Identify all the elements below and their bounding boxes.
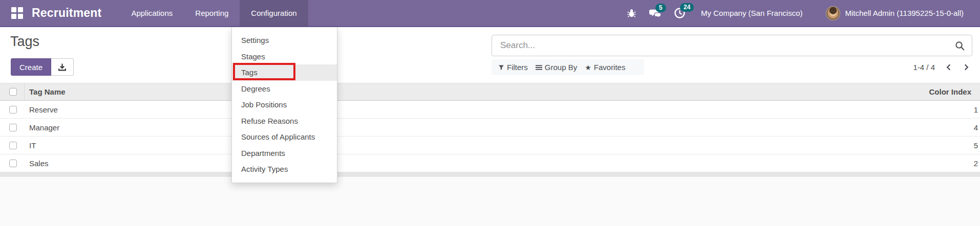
messages-badge: 5 xyxy=(655,4,666,12)
systray: 5 24 My Company (San Francisco) Mitchell… xyxy=(614,0,964,26)
select-all-checkbox[interactable] xyxy=(9,88,17,96)
pager-next-icon[interactable] xyxy=(962,62,971,72)
action-buttons: Create xyxy=(11,58,74,76)
activity-badge: 24 xyxy=(680,3,694,12)
menu-item-degrees[interactable]: Degrees xyxy=(232,81,337,97)
messages-icon[interactable]: 5 xyxy=(649,8,662,19)
filters-button[interactable]: Filters xyxy=(498,63,528,72)
search-icon[interactable] xyxy=(955,41,965,51)
search-options-bar: Filters Group By ★ Favorites xyxy=(492,59,644,75)
tag-name-cell: Manager xyxy=(25,123,59,132)
pager: 1-4 / 4 xyxy=(913,59,971,75)
color-index-cell: 1 xyxy=(974,105,980,114)
menu-item-job-positions[interactable]: Job Positions xyxy=(232,97,337,113)
color-index-cell: 4 xyxy=(974,123,980,132)
page-background xyxy=(0,177,980,226)
user-avatar[interactable] xyxy=(826,6,840,20)
company-switcher[interactable]: My Company (San Francisco) xyxy=(701,9,802,17)
row-checkbox-cell xyxy=(0,137,25,154)
menu-item-activity-types[interactable]: Activity Types xyxy=(232,161,337,177)
apps-grid-icon[interactable] xyxy=(11,7,23,19)
tag-name-cell: Sales xyxy=(25,159,49,168)
filter-funnel-icon xyxy=(498,64,504,71)
list-body: Reserve1Manager4IT5Sales2 xyxy=(0,101,980,172)
table-row-manager[interactable]: Manager4 xyxy=(0,119,980,137)
row-checkbox-cell xyxy=(0,154,25,172)
nav-item-applications[interactable]: Applications xyxy=(120,0,184,26)
menu-item-sources-of-applicants[interactable]: Sources of Applicants xyxy=(232,129,337,145)
navbar-menus: ApplicationsReportingConfiguration xyxy=(120,0,308,26)
row-checkbox[interactable] xyxy=(9,142,17,149)
nav-item-configuration[interactable]: Configuration xyxy=(240,0,308,26)
table-row-it[interactable]: IT5 xyxy=(0,137,980,154)
menu-item-refuse-reasons[interactable]: Refuse Reasons xyxy=(232,113,337,129)
page-title: Tags xyxy=(10,34,39,50)
row-checkbox-cell xyxy=(0,101,25,118)
menu-item-tags[interactable]: Tags xyxy=(232,64,337,81)
tag-name-cell: IT xyxy=(25,141,36,150)
create-button[interactable]: Create xyxy=(11,58,51,76)
column-header-tag-name[interactable]: Tag Name xyxy=(25,87,66,96)
row-checkbox[interactable] xyxy=(9,106,17,114)
pager-range: 1-4 / 4 xyxy=(913,63,935,72)
row-checkbox[interactable] xyxy=(9,124,17,131)
search-bar xyxy=(492,35,972,56)
app-brand[interactable]: Recruitment xyxy=(32,6,101,20)
menu-item-stages[interactable]: Stages xyxy=(232,49,337,65)
header-checkbox-cell xyxy=(0,83,25,100)
table-row-sales[interactable]: Sales2 xyxy=(0,154,980,172)
user-menu[interactable]: Mitchell Admin (11395225-15-0-all) xyxy=(845,9,964,17)
column-header-color-index[interactable]: Color Index xyxy=(929,87,980,96)
nav-item-reporting[interactable]: Reporting xyxy=(184,0,240,26)
search-input[interactable] xyxy=(499,40,955,51)
color-index-cell: 2 xyxy=(974,159,980,168)
menu-item-departments[interactable]: Departments xyxy=(232,145,337,162)
list-header-row: Tag Name Color Index xyxy=(0,83,980,101)
list-end-strip xyxy=(0,172,980,177)
group-by-button[interactable]: Group By xyxy=(536,63,577,72)
configuration-dropdown-menu: SettingsStagesTagsDegreesJob PositionsRe… xyxy=(231,27,337,183)
star-icon: ★ xyxy=(585,64,591,71)
group-by-icon xyxy=(536,64,542,71)
row-checkbox[interactable] xyxy=(9,160,17,167)
pager-previous-icon[interactable] xyxy=(944,62,953,72)
favorites-button[interactable]: ★ Favorites xyxy=(585,63,625,72)
color-index-cell: 5 xyxy=(974,141,980,150)
table-row-reserve[interactable]: Reserve1 xyxy=(0,101,980,119)
tag-name-cell: Reserve xyxy=(25,105,58,114)
activity-clock-icon[interactable]: 24 xyxy=(674,7,686,19)
download-icon xyxy=(58,63,67,72)
debug-bug-icon[interactable] xyxy=(626,8,637,18)
menu-item-settings[interactable]: Settings xyxy=(232,32,337,49)
row-checkbox-cell xyxy=(0,119,25,136)
tags-list-view: Tag Name Color Index Reserve1Manager4IT5… xyxy=(0,83,980,172)
export-button[interactable] xyxy=(51,58,74,76)
top-navbar: Recruitment ApplicationsReportingConfigu… xyxy=(0,0,980,27)
